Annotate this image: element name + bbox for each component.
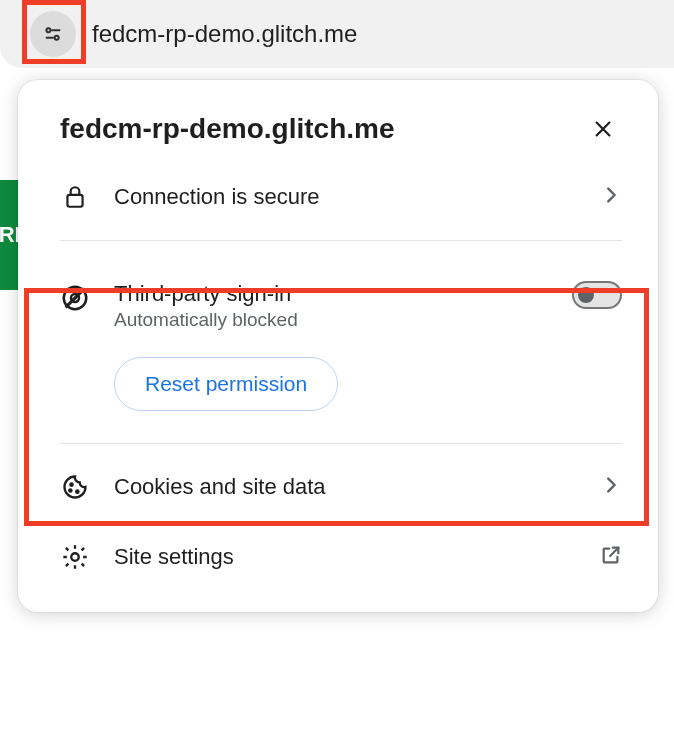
svg-point-13 (71, 553, 78, 560)
chevron-right-icon (600, 474, 622, 496)
svg-rect-6 (67, 195, 82, 207)
svg-line-9 (66, 289, 85, 308)
popup-title: fedcm-rp-demo.glitch.me (60, 113, 394, 145)
signin-label: Third-party sign-in (114, 281, 548, 307)
blocked-eye-icon (60, 283, 90, 313)
chevron-right-icon (600, 184, 622, 206)
address-text[interactable]: fedcm-rp-demo.glitch.me (92, 20, 357, 48)
connection-label: Connection is secure (114, 184, 576, 210)
svg-line-14 (610, 548, 618, 556)
cookie-icon (61, 473, 89, 501)
third-party-signin-row: Third-party sign-in Automatically blocke… (18, 261, 658, 351)
divider (60, 240, 622, 241)
svg-point-12 (76, 491, 78, 493)
site-info-popup: fedcm-rp-demo.glitch.me Connection is se… (18, 80, 658, 612)
lock-icon (62, 184, 88, 210)
toggle-knob (578, 287, 594, 303)
gear-icon (61, 543, 89, 571)
svg-point-11 (69, 489, 71, 491)
signin-sub: Automatically blocked (114, 309, 548, 331)
highlight-box-chip (22, 0, 86, 64)
cookies-row[interactable]: Cookies and site data (18, 452, 658, 522)
site-settings-row[interactable]: Site settings (18, 522, 658, 592)
reset-permission-button[interactable]: Reset permission (114, 357, 338, 411)
close-button[interactable] (584, 110, 622, 148)
cookies-label: Cookies and site data (114, 474, 576, 500)
address-bar: fedcm-rp-demo.glitch.me (0, 0, 674, 68)
divider (60, 443, 622, 444)
signin-toggle[interactable] (572, 281, 622, 309)
settings-label: Site settings (114, 544, 576, 570)
svg-point-10 (70, 484, 72, 486)
close-icon (592, 118, 614, 140)
connection-row[interactable]: Connection is secure (18, 162, 658, 232)
external-link-icon (600, 544, 622, 566)
